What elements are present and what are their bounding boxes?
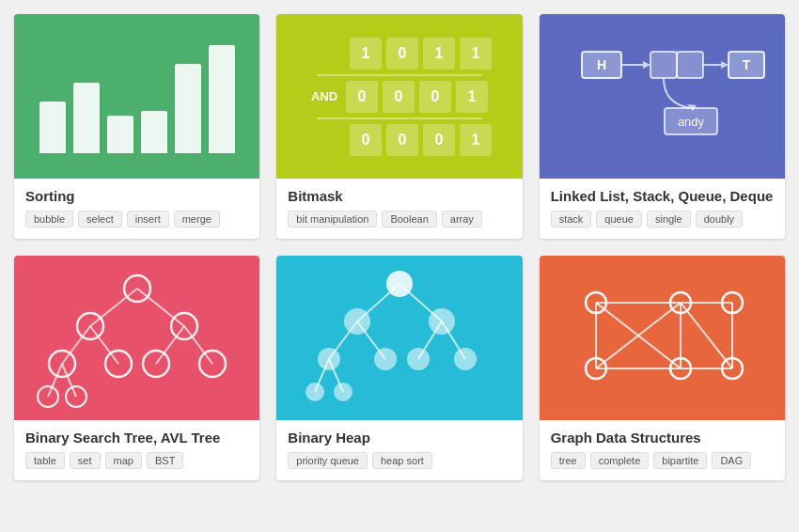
tag-dag[interactable]: DAG	[712, 452, 751, 469]
svg-text:andy: andy	[678, 115, 705, 129]
tag-set[interactable]: set	[70, 452, 101, 469]
heap-svg	[296, 265, 503, 411]
cell-r3c4: 1	[460, 124, 492, 156]
heap-image	[276, 256, 522, 420]
graph-image	[540, 256, 785, 420]
bitmask-row-1: 1 0 1 1	[307, 38, 492, 70]
linkedlist-tags: stack queue single doubly	[551, 211, 774, 227]
bst-content: Binary Search Tree, AVL Tree table set m…	[14, 420, 259, 480]
bst-title: Binary Search Tree, AVL Tree	[25, 430, 248, 446]
bitmask-divider-2	[317, 117, 482, 119]
cell-r2c3: 0	[419, 81, 451, 113]
tag-insert[interactable]: insert	[127, 211, 169, 227]
svg-point-43	[407, 348, 430, 370]
svg-point-41	[318, 348, 340, 370]
tag-bubble[interactable]: bubble	[25, 211, 73, 227]
graph-content: Graph Data Structures tree complete bipa…	[540, 420, 785, 480]
bar-4	[141, 111, 167, 153]
bst-tags: table set map BST	[25, 452, 248, 469]
tag-table[interactable]: table	[25, 452, 65, 469]
tag-tree[interactable]: tree	[551, 452, 586, 469]
linkedlist-content: Linked List, Stack, Queue, Deque stack q…	[540, 179, 785, 239]
linkedlist-title: Linked List, Stack, Queue, Deque	[551, 188, 774, 204]
bar-5	[175, 64, 201, 153]
heap-content: Binary Heap priority queue heap sort	[276, 420, 522, 480]
svg-rect-4	[650, 52, 677, 78]
tag-doubly[interactable]: doubly	[696, 211, 743, 227]
bitmask-content: Bitmask bit manipulation Boolean array	[276, 179, 522, 239]
card-bitmask[interactable]: 1 0 1 1 AND 0 0 0 1	[276, 14, 522, 239]
tag-stack[interactable]: stack	[551, 211, 592, 227]
tag-queue[interactable]: queue	[596, 211, 642, 227]
svg-line-16	[90, 326, 118, 364]
graph-title: Graph Data Structures	[551, 430, 774, 446]
bitmask-tags: bit manipulation Boolean array	[288, 211, 510, 227]
cell-r1c4: 1	[460, 38, 492, 70]
linkedlist-svg: H T andy	[554, 19, 770, 174]
svg-text:H: H	[597, 57, 606, 72]
cell-r3c1: 0	[350, 124, 382, 156]
bar-1	[39, 102, 66, 153]
tag-select[interactable]: select	[78, 211, 122, 227]
svg-point-38	[386, 271, 413, 297]
tag-bitmanip[interactable]: bit manipulation	[288, 211, 377, 227]
svg-line-17	[156, 326, 184, 364]
tag-bipartite[interactable]: bipartite	[653, 452, 707, 469]
tag-heap-sort[interactable]: heap sort	[372, 452, 432, 469]
bar-3	[107, 116, 133, 153]
svg-point-45	[306, 383, 324, 401]
svg-line-14	[137, 289, 184, 326]
card-graph[interactable]: Graph Data Structures tree complete bipa…	[540, 256, 785, 480]
cell-r3c2: 0	[386, 124, 418, 156]
tag-array[interactable]: array	[442, 211, 482, 227]
cell-r2c2: 0	[383, 81, 415, 113]
cell-r3c3: 0	[423, 124, 455, 156]
tag-merge[interactable]: merge	[174, 211, 220, 227]
graph-svg	[558, 265, 765, 411]
svg-point-46	[334, 383, 352, 401]
sorting-image	[14, 14, 259, 179]
svg-marker-3	[643, 61, 650, 69]
bitmask-image: 1 0 1 1 AND 0 0 0 1	[276, 14, 522, 179]
sorting-content: Sorting bubble select insert merge	[14, 179, 259, 239]
svg-line-54	[681, 303, 732, 368]
bar-6	[209, 45, 235, 153]
graph-tags: tree complete bipartite DAG	[551, 452, 774, 469]
card-bst[interactable]: Binary Search Tree, AVL Tree table set m…	[14, 256, 259, 480]
bitmask-row-3: 0 0 0 1	[307, 124, 492, 156]
card-grid: Sorting bubble select insert merge 1 0 1…	[14, 14, 785, 480]
tag-map[interactable]: map	[105, 452, 142, 469]
tag-complete[interactable]: complete	[590, 452, 650, 469]
linkedlist-image: H T andy	[540, 14, 785, 179]
cell-r2c4: 1	[456, 81, 488, 113]
cell-r2c1: 0	[346, 81, 378, 113]
heap-tags: priority queue heap sort	[288, 452, 510, 469]
tag-boolean[interactable]: Boolean	[382, 211, 436, 227]
card-heap[interactable]: Binary Heap priority queue heap sort	[276, 256, 522, 480]
bitmask-row-2: AND 0 0 0 1	[311, 81, 488, 113]
tag-single[interactable]: single	[647, 211, 691, 227]
svg-line-15	[62, 326, 90, 364]
tag-priority-queue[interactable]: priority queue	[288, 452, 368, 469]
svg-point-44	[454, 348, 477, 370]
bitmask-divider-1	[317, 74, 482, 76]
bst-image	[14, 256, 259, 420]
card-linkedlist[interactable]: H T andy Linked L	[540, 14, 785, 239]
bst-svg	[34, 265, 241, 411]
tag-bst[interactable]: BST	[147, 452, 183, 469]
cell-r1c2: 0	[386, 38, 418, 70]
sorting-tags: bubble select insert merge	[25, 211, 248, 227]
svg-marker-7	[721, 61, 728, 69]
cell-r1c3: 1	[423, 38, 455, 70]
svg-point-42	[374, 348, 397, 370]
bitmask-title: Bitmask	[288, 188, 510, 204]
svg-point-39	[344, 308, 370, 335]
cell-r1c1: 1	[350, 38, 382, 70]
svg-rect-5	[677, 52, 703, 78]
svg-line-18	[184, 326, 212, 364]
card-sorting[interactable]: Sorting bubble select insert merge	[14, 14, 259, 239]
svg-text:T: T	[743, 57, 751, 72]
sorting-title: Sorting	[25, 188, 248, 204]
bar-chart	[21, 40, 254, 153]
bitmask-grid: 1 0 1 1 AND 0 0 0 1	[307, 38, 492, 156]
